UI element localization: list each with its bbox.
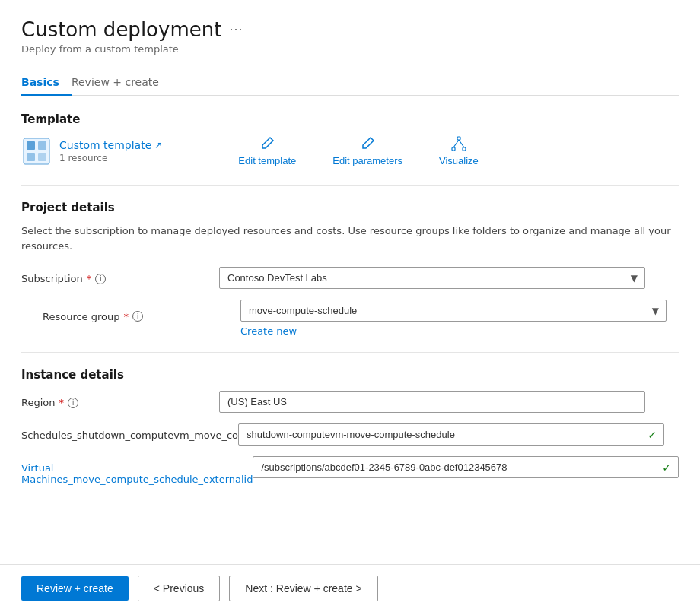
resource-group-info-icon[interactable]: i	[132, 311, 143, 322]
schedules-shutdown-row: Schedules_shutdown_computevm_move_co shu…	[21, 423, 679, 446]
region-required: *	[59, 397, 65, 408]
create-new-link[interactable]: Create new	[240, 325, 297, 337]
instance-section: Instance details Region * i Schedules_sh…	[21, 368, 679, 485]
edit-template-icon	[259, 135, 275, 152]
project-section: Project details Select the subscription …	[21, 201, 679, 337]
instance-section-title: Instance details	[21, 368, 679, 382]
resource-group-label: Resource group * i	[43, 300, 240, 327]
project-section-title: Project details	[21, 201, 679, 214]
resource-group-select[interactable]: move-compute-schedule	[240, 300, 667, 322]
svg-rect-4	[38, 153, 46, 161]
subscription-info-icon[interactable]: i	[95, 274, 106, 284]
visualize-icon	[450, 135, 467, 152]
footer: Review + create < Previous Next : Review…	[0, 564, 700, 612]
edit-template-button[interactable]: Edit template	[238, 135, 296, 166]
more-options-button[interactable]: ···	[229, 21, 243, 37]
svg-line-8	[453, 140, 459, 147]
svg-rect-3	[27, 153, 35, 161]
schedules-shutdown-control: shutdown-computevm-move-compute-schedule…	[238, 423, 664, 446]
external-link-icon: ↗	[154, 140, 162, 151]
subscription-control: Contoso DevTest Labs ▼	[219, 267, 645, 289]
virtual-machines-label: Virtual Machines_move_compute_schedule_e…	[21, 456, 253, 485]
divider-1	[21, 185, 679, 186]
region-label: Region * i	[21, 391, 219, 408]
virtual-machines-select[interactable]: /subscriptions/abcdef01-2345-6789-0abc-d…	[253, 456, 679, 478]
project-description: Select the subscription to manage deploy…	[21, 224, 679, 253]
svg-rect-6	[452, 147, 455, 151]
edit-parameters-button[interactable]: Edit parameters	[332, 135, 402, 166]
svg-line-9	[459, 140, 464, 147]
visualize-button[interactable]: Visualize	[439, 135, 479, 166]
region-control	[219, 391, 645, 413]
subscription-required: *	[87, 273, 92, 284]
svg-rect-5	[457, 137, 460, 140]
svg-rect-7	[463, 147, 466, 151]
virtual-machines-row: Virtual Machines_move_compute_schedule_e…	[21, 456, 679, 485]
template-name-link[interactable]: Custom template ↗	[59, 139, 162, 151]
next-button[interactable]: Next : Review + create >	[229, 576, 377, 601]
schedules-shutdown-select[interactable]: shutdown-computevm-move-compute-schedule	[238, 423, 664, 446]
page-title: Custom deployment	[21, 18, 221, 42]
svg-rect-1	[27, 141, 35, 150]
resource-group-required: *	[124, 311, 129, 322]
region-row: Region * i	[21, 391, 679, 413]
template-section-title: Template	[21, 113, 679, 126]
page-subtitle: Deploy from a custom template	[21, 43, 221, 55]
region-input[interactable]	[219, 391, 645, 413]
region-info-icon[interactable]: i	[68, 398, 78, 408]
resource-group-row: Resource group * i move-compute-schedule…	[21, 300, 679, 337]
resource-group-indent-line	[27, 300, 27, 327]
template-actions: Edit template Edit parameters	[238, 135, 478, 166]
tab-basics[interactable]: Basics	[21, 70, 72, 96]
template-icon	[21, 136, 52, 166]
resource-count: 1 resource	[59, 153, 162, 163]
svg-rect-2	[38, 141, 46, 150]
template-section: Template Cus	[21, 113, 679, 166]
subscription-label: Subscription * i	[21, 267, 219, 284]
edit-parameters-icon	[359, 135, 376, 152]
virtual-machines-control: /subscriptions/abcdef01-2345-6789-0abc-d…	[253, 456, 679, 478]
subscription-row: Subscription * i Contoso DevTest Labs ▼	[21, 267, 679, 289]
previous-button[interactable]: < Previous	[138, 576, 221, 601]
review-create-button[interactable]: Review + create	[21, 576, 129, 601]
divider-2	[21, 352, 679, 353]
schedules-shutdown-label: Schedules_shutdown_computevm_move_co	[21, 423, 238, 441]
tabs-bar: Basics Review + create	[21, 70, 679, 96]
subscription-select[interactable]: Contoso DevTest Labs	[219, 267, 645, 289]
resource-group-control: move-compute-schedule ▼ Create new	[240, 300, 667, 337]
tab-review-create[interactable]: Review + create	[72, 70, 171, 96]
